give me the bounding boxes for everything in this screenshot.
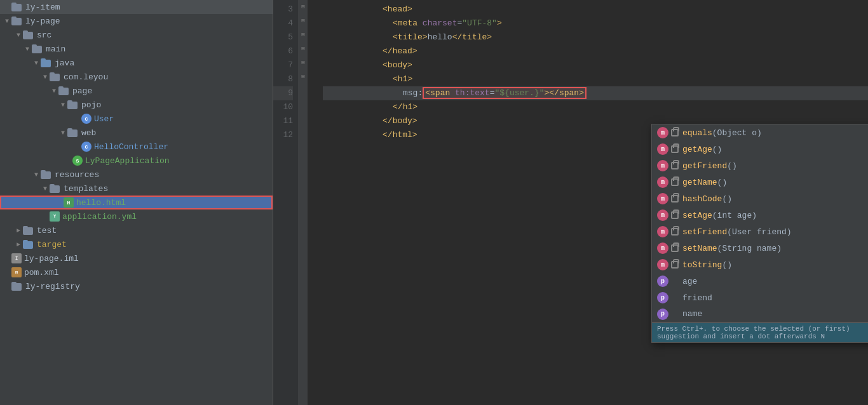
sidebar-item-pom-xml[interactable]: m pom.xml <box>0 265 273 279</box>
ac-prop-icon: p <box>657 292 668 303</box>
ac-item-friend[interactable]: p friend <box>652 289 868 306</box>
file-tree[interactable]: ly-item ▼ ly-page ▼ src ▼ main ▼ java ▼ … <box>0 0 273 405</box>
ac-method-name: setAge <box>682 211 712 220</box>
ac-item-getname[interactable]: m getName() <box>652 174 868 190</box>
item-label: hello.html <box>76 198 126 208</box>
ac-method-icon: m <box>657 242 668 254</box>
sidebar-item-lypageapplication[interactable]: S LyPageApplication <box>0 154 273 168</box>
expand-arrow: ▼ <box>32 60 41 67</box>
folder-icon <box>50 72 61 81</box>
folder-icon <box>32 44 43 53</box>
autocomplete-dropdown: m equals(Object o) m getAge() m getFrien… <box>651 124 868 343</box>
sidebar-item-application-yml[interactable]: Y application.yml <box>0 209 273 223</box>
ac-method-name: setName <box>682 244 717 253</box>
line-num: 11 <box>273 114 293 128</box>
ac-method-icon: m <box>657 193 668 204</box>
folder-icon <box>23 226 34 235</box>
sidebar-item-com-leyou[interactable]: ▼ com.leyou <box>0 70 273 84</box>
sidebar-item-src[interactable]: ▼ src <box>0 28 273 42</box>
line-num: 4 <box>273 17 293 30</box>
item-label: page <box>72 86 92 96</box>
ac-method-name: hashCode <box>682 194 722 204</box>
ac-method-name: equals <box>682 128 712 138</box>
ac-method-icon: m <box>657 143 668 155</box>
expand-arrow: ▼ <box>14 32 23 39</box>
html-file-icon: H <box>64 197 74 208</box>
ac-method-icon: m <box>657 160 668 171</box>
sidebar-item-ly-item[interactable]: ly-item <box>0 0 273 14</box>
item-label: ly-item <box>25 3 60 12</box>
ac-method-name: getAge <box>682 145 712 154</box>
ac-prop-icon: p <box>657 309 668 320</box>
ac-method-name: toString <box>682 260 722 270</box>
sidebar-item-user[interactable]: C User <box>0 112 273 126</box>
fold-arrow[interactable]: ⊟ <box>299 56 308 70</box>
ac-prop-icon: p <box>657 276 668 287</box>
sidebar-item-target[interactable]: ► target <box>0 237 273 251</box>
sidebar-item-templates[interactable]: ▼ templates <box>0 182 273 196</box>
ac-method-name: setFriend <box>682 227 727 237</box>
folder-icon <box>67 128 79 137</box>
sidebar-item-ly-registry[interactable]: ly-registry <box>0 279 273 293</box>
folder-icon <box>67 100 79 109</box>
item-label: ly-registry <box>25 282 80 291</box>
ac-item-getfriend[interactable]: m getFriend() <box>652 157 868 174</box>
autocomplete-footer: Press Ctrl+. to choose the selected (or … <box>652 322 868 342</box>
expand-arrow: ▼ <box>41 74 50 81</box>
expand-arrow: ▼ <box>32 171 41 178</box>
item-label: target <box>37 240 67 249</box>
ac-item-name[interactable]: p name <box>652 306 868 322</box>
fold-arrow[interactable]: ⊟ <box>299 28 308 42</box>
ac-lock-icon <box>671 228 679 236</box>
ac-lock-icon <box>671 129 679 136</box>
expand-arrow: ► <box>14 241 23 248</box>
ac-lock-icon <box>671 145 679 153</box>
ac-item-age[interactable]: p age <box>652 273 868 289</box>
fold-arrow[interactable]: ⊟ <box>299 70 308 84</box>
folder-icon <box>23 240 34 249</box>
item-label: main <box>46 44 65 54</box>
sidebar-item-ly-page[interactable]: ▼ ly-page <box>0 14 273 28</box>
ac-params: () <box>722 194 732 204</box>
xml-file-icon: m <box>11 267 22 277</box>
expand-arrow: ▼ <box>3 18 11 25</box>
ac-item-hashcode[interactable]: m hashCode() <box>652 190 868 207</box>
expand-arrow: ▼ <box>41 185 50 192</box>
fold-arrow[interactable]: ⊟ <box>299 42 308 56</box>
folder-icon <box>11 17 23 25</box>
fold-arrow[interactable]: ⊟ <box>299 14 308 28</box>
ac-item-getage[interactable]: m getAge() <box>652 141 868 157</box>
folder-icon <box>11 282 23 291</box>
ac-params: (User friend) <box>727 227 791 237</box>
sidebar-item-resources[interactable]: ▼ resources <box>0 168 273 182</box>
ac-item-tostring[interactable]: m toString() <box>652 256 868 273</box>
sidebar-item-web[interactable]: ▼ web <box>0 126 273 140</box>
ac-item-setage[interactable]: m setAge(int age) <box>652 207 868 223</box>
item-label: pom.xml <box>24 268 59 277</box>
item-label: web <box>81 128 96 138</box>
ac-method-icon: m <box>657 127 668 138</box>
item-label: com.leyou <box>64 72 108 82</box>
ac-params: (String name) <box>717 244 782 253</box>
ac-method-name: getName <box>682 178 717 187</box>
ac-item-setfriend[interactable]: m setFriend(User friend) <box>652 223 868 240</box>
ac-item-setname[interactable]: m setName(String name) <box>652 240 868 256</box>
sidebar-item-ly-page-iml[interactable]: I ly-page.iml <box>0 251 273 265</box>
ac-item-equals[interactable]: m equals(Object o) <box>652 124 868 141</box>
ac-lock-icon <box>671 178 679 186</box>
ac-prop-name: age <box>682 277 697 286</box>
line-num: 10 <box>273 100 293 114</box>
sidebar-item-hello-html[interactable]: H hello.html <box>0 196 273 209</box>
sidebar-item-main[interactable]: ▼ main <box>0 42 273 56</box>
line-num: 7 <box>273 58 293 72</box>
sidebar-item-page[interactable]: ▼ page <box>0 84 273 98</box>
folder-icon <box>11 3 23 11</box>
fold-arrow[interactable]: ⊟ <box>299 0 308 14</box>
sidebar-item-java[interactable]: ▼ java <box>0 56 273 70</box>
highlight-expression: <span th:text="${user.}"></span> <box>423 87 587 99</box>
sidebar-item-test[interactable]: ► test <box>0 223 273 237</box>
ac-lock-icon <box>671 162 679 169</box>
expand-arrow: ▼ <box>58 102 67 109</box>
sidebar-item-hellocontroller[interactable]: C HelloController <box>0 140 273 154</box>
sidebar-item-pojo[interactable]: ▼ pojo <box>0 98 273 112</box>
